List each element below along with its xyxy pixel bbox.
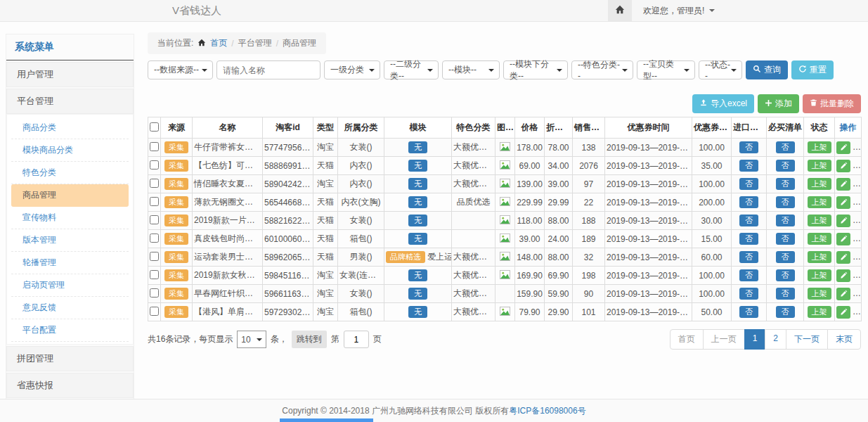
status-badge[interactable]: 上架 [808, 141, 831, 154]
reset-button[interactable]: 重置 [791, 60, 834, 79]
breadcrumb-home-link[interactable]: 首页 [210, 37, 227, 49]
sidebar: 系统菜单 用户管理平台管理商品分类模块商品分类特色分类商品管理宣传物料版本管理轮… [6, 34, 134, 422]
status-badge[interactable]: 上架 [808, 251, 831, 264]
edit-button[interactable] [836, 160, 850, 172]
user-menu[interactable]: 欢迎您，管理员! [643, 0, 715, 21]
status-badge[interactable]: 上架 [808, 215, 831, 227]
pager-button-下一页[interactable]: 下一页 [786, 329, 828, 350]
imported-toggle-badge[interactable]: 否 [739, 233, 758, 245]
must-buy-toggle-badge[interactable]: 否 [776, 215, 795, 227]
row-checkbox[interactable] [150, 252, 159, 261]
sidebar-group-item[interactable]: 用户管理 [6, 62, 134, 87]
edit-button[interactable] [836, 215, 850, 227]
must-buy-toggle-badge[interactable]: 否 [776, 233, 795, 245]
sidebar-subitem[interactable]: 宣传物料 [11, 207, 129, 229]
column-header-15: 必买清单 [767, 117, 804, 139]
edit-button[interactable] [836, 288, 850, 300]
status-badge[interactable]: 上架 [808, 178, 831, 191]
row-checkbox[interactable] [150, 234, 159, 243]
sidebar-subitem[interactable]: 模块商品分类 [11, 139, 129, 162]
filter-select[interactable]: --特色分类-- [571, 60, 633, 79]
must-buy-toggle-badge[interactable]: 否 [776, 306, 795, 319]
icp-link[interactable]: 粤ICP备16098006号 [509, 405, 585, 417]
welcome-text: 欢迎您，管理员! [643, 5, 704, 17]
filter-select[interactable]: --二级分类-- [384, 60, 439, 79]
status-badge[interactable]: 上架 [808, 306, 831, 319]
select-all-checkbox[interactable] [150, 122, 159, 132]
edit-button[interactable] [836, 141, 850, 154]
row-checkbox[interactable] [150, 215, 159, 224]
sidebar-subitem[interactable]: 版本管理 [11, 229, 129, 252]
per-page-select[interactable]: 10 [237, 331, 266, 348]
status-badge[interactable]: 上架 [808, 269, 831, 282]
sidebar-subitem[interactable]: 平台配置 [11, 319, 129, 342]
imported-toggle-badge[interactable]: 否 [739, 251, 758, 264]
status-badge[interactable]: 上架 [808, 233, 831, 245]
imported-toggle-badge[interactable]: 否 [739, 215, 758, 227]
name-search-input[interactable] [216, 60, 320, 79]
status-badge[interactable]: 上架 [808, 288, 831, 300]
batch-delete-button[interactable]: 批量删除 [803, 94, 861, 113]
filter-select[interactable]: 一级分类 [324, 60, 380, 79]
price-cell: 169.90 [515, 267, 545, 285]
imported-toggle-badge[interactable]: 否 [739, 306, 758, 319]
sidebar-group-item[interactable]: 平台管理 [6, 89, 134, 114]
search-icon [753, 65, 761, 75]
search-button[interactable]: 查询 [746, 60, 788, 79]
must-buy-toggle-badge[interactable]: 否 [776, 178, 795, 191]
import-excel-button[interactable]: 导入excel [692, 94, 754, 113]
sidebar-subitem[interactable]: 特色分类 [11, 162, 129, 184]
edit-button[interactable] [836, 269, 850, 282]
sidebar-subitem[interactable]: 启动页管理 [11, 274, 129, 297]
refresh-icon [798, 65, 807, 75]
sidebar-subitem[interactable]: 意见反馈 [11, 297, 129, 319]
must-buy-toggle-badge[interactable]: 否 [776, 141, 795, 154]
sidebar-group-item[interactable]: 拼团管理 [6, 346, 134, 371]
status-badge[interactable]: 上架 [808, 160, 831, 172]
sidebar-subitem-active[interactable]: 商品管理 [11, 184, 129, 207]
page-number-input[interactable] [344, 331, 369, 348]
pager-button-末页[interactable]: 末页 [827, 329, 861, 350]
home-button[interactable] [608, 0, 632, 21]
table-row: 采集2019新款女秋薄款...598451162391淘宝女装(连衣裙)无大额优… [148, 267, 862, 285]
edit-button[interactable] [836, 306, 850, 319]
must-buy-toggle-badge[interactable]: 否 [776, 160, 795, 172]
must-buy-toggle-badge[interactable]: 否 [776, 251, 795, 264]
row-checkbox[interactable] [150, 288, 159, 298]
price-cell: 178.00 [515, 139, 545, 157]
filter-select[interactable]: --宝贝类型-- [637, 60, 695, 79]
pager-button-2[interactable]: 2 [765, 329, 786, 350]
sidebar-group-item[interactable]: 省惠快报 [6, 373, 134, 398]
filter-select[interactable]: --状态-- [699, 60, 742, 79]
filter-select[interactable]: --模块下分类-- [503, 60, 568, 79]
imported-toggle-badge[interactable]: 否 [739, 269, 758, 282]
must-buy-toggle-badge[interactable]: 否 [776, 288, 795, 300]
row-checkbox[interactable] [150, 142, 159, 151]
imported-toggle-badge[interactable]: 否 [739, 196, 758, 209]
imported-toggle-badge[interactable]: 否 [739, 288, 758, 300]
edit-button[interactable] [836, 178, 850, 191]
must-buy-toggle-badge[interactable]: 否 [776, 196, 795, 209]
add-button[interactable]: 添加 [758, 94, 799, 113]
row-checkbox[interactable] [150, 307, 159, 316]
sidebar-subitem[interactable]: 商品分类 [11, 117, 129, 139]
edit-button[interactable] [836, 251, 850, 264]
column-header-8: 图标 [495, 117, 515, 139]
row-checkbox[interactable] [150, 270, 159, 279]
row-checkbox[interactable] [150, 179, 159, 188]
row-checkbox[interactable] [150, 197, 159, 206]
chevron-down-icon [557, 69, 562, 72]
sidebar-subitem[interactable]: 轮播管理 [11, 252, 129, 274]
filter-select[interactable]: --模块-- [442, 60, 500, 79]
imported-toggle-badge[interactable]: 否 [739, 141, 758, 154]
imported-toggle-badge[interactable]: 否 [739, 178, 758, 191]
edit-button[interactable] [836, 196, 850, 209]
row-checkbox[interactable] [150, 160, 159, 170]
pager-button-首页: 首页 [670, 329, 704, 350]
edit-button[interactable] [836, 233, 850, 245]
status-badge[interactable]: 上架 [808, 196, 831, 209]
jump-button[interactable]: 跳转到 [292, 331, 327, 348]
imported-toggle-badge[interactable]: 否 [739, 160, 758, 172]
must-buy-toggle-badge[interactable]: 否 [776, 269, 795, 282]
filter-select[interactable]: --数据来源-- [148, 60, 213, 79]
